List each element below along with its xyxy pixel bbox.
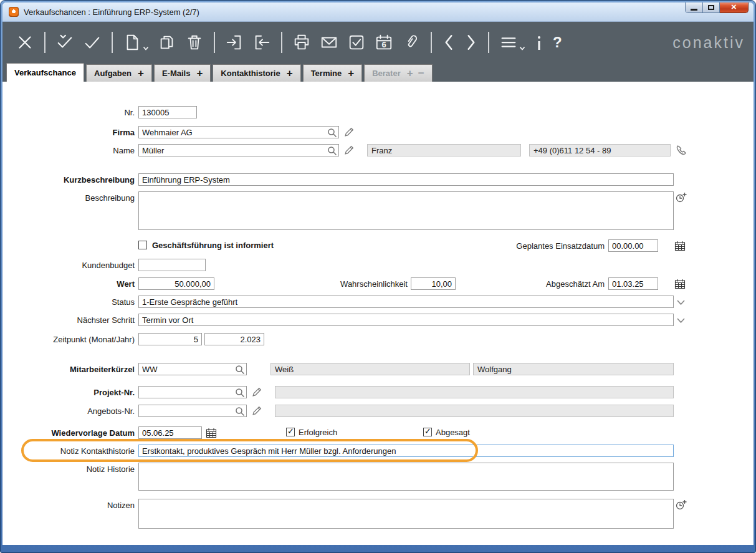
duplicate-icon — [158, 33, 176, 52]
beschreibung-textarea[interactable] — [138, 191, 674, 230]
tab-termine[interactable]: Termine + — [303, 64, 363, 82]
close-icon — [16, 33, 34, 52]
delete-button[interactable] — [185, 33, 204, 52]
import-icon — [225, 33, 244, 52]
tab-emails[interactable]: E-Mails + — [154, 64, 211, 82]
tasks-button[interactable] — [347, 33, 366, 52]
abgeschaetzt-am-datepicker-button[interactable] — [674, 279, 686, 289]
new-record-icon — [123, 33, 141, 52]
pencil-icon — [344, 127, 355, 137]
abgesagt-checkbox[interactable] — [423, 428, 432, 436]
maximize-icon — [708, 5, 714, 10]
email-button[interactable] — [320, 33, 338, 52]
firma-input[interactable] — [138, 126, 339, 138]
wiedervorlage-input[interactable] — [138, 426, 202, 439]
tab-verkaufschance[interactable]: Verkaufschance — [6, 63, 84, 82]
attachment-button[interactable] — [402, 33, 421, 52]
info-icon — [534, 33, 544, 52]
wiedervorlage-label: Wiedervorlage Datum — [2, 426, 135, 438]
status-input[interactable] — [138, 296, 674, 308]
previous-record-button[interactable] — [442, 33, 456, 52]
conaktiv-logo: conaktiv — [672, 34, 745, 52]
zeitpunkt-monat-input[interactable] — [138, 333, 202, 345]
chevron-down-icon — [143, 46, 149, 51]
notizen-label: Notizen — [2, 499, 135, 510]
naechster-schritt-input[interactable] — [138, 314, 674, 326]
import-button[interactable] — [225, 33, 244, 52]
angebot-name-readonly — [275, 405, 674, 417]
notizen-timestamp-button[interactable] — [676, 499, 687, 511]
vorname-readonly: Franz — [367, 144, 521, 156]
close-button[interactable]: × — [720, 2, 749, 13]
menu-button[interactable] — [499, 33, 525, 52]
geschaeftsfuehrung-label: Geschäftsführung ist informiert — [152, 240, 274, 250]
notiz-kontakthistorie-input[interactable] — [138, 445, 674, 457]
clock-plus-icon — [676, 499, 687, 511]
call-button[interactable] — [676, 145, 687, 156]
einsatzdatum-input[interactable] — [608, 239, 658, 252]
zeitpunkt-jahr-input[interactable] — [204, 333, 264, 345]
tab-kontakthistorie[interactable]: Kontakthistorie + — [213, 64, 300, 82]
print-button[interactable] — [292, 33, 311, 52]
wahrscheinlichkeit-input[interactable] — [411, 277, 456, 290]
chevron-down-icon — [676, 317, 686, 324]
add-email-button[interactable]: + — [196, 67, 203, 80]
angebots-nr-input[interactable] — [138, 405, 247, 417]
projekt-nr-input[interactable] — [138, 386, 247, 398]
calendar-button[interactable]: 6 — [375, 33, 393, 52]
toolbar-separator — [281, 32, 282, 53]
tasks-icon — [347, 33, 366, 52]
add-kontakthistorie-button[interactable]: + — [287, 67, 293, 80]
notiz-historie-textarea[interactable] — [138, 463, 674, 491]
projekt-lookup-button[interactable] — [235, 388, 245, 398]
geschaeftsfuehrung-checkbox[interactable] — [138, 241, 147, 249]
duplicate-button[interactable] — [158, 33, 176, 52]
kurzbeschreibung-input[interactable] — [138, 173, 674, 186]
einsatzdatum-datepicker-button[interactable] — [674, 241, 686, 251]
naechster-schritt-dropdown-button[interactable] — [676, 317, 686, 324]
kundenbudget-input[interactable] — [138, 259, 206, 271]
export-button[interactable] — [252, 33, 271, 52]
tab-label: E-Mails — [162, 69, 191, 78]
mitarbeiterkuerzel-input[interactable] — [138, 363, 247, 375]
add-aufgabe-button[interactable]: + — [138, 67, 144, 80]
abgeschaetzt-am-input[interactable] — [608, 277, 658, 290]
erfolgreich-checkbox[interactable] — [286, 428, 295, 436]
name-lookup-button[interactable] — [327, 146, 337, 156]
search-icon — [327, 146, 337, 156]
new-record-button[interactable] — [123, 33, 149, 52]
angebot-lookup-button[interactable] — [235, 406, 245, 416]
maximize-button[interactable] — [703, 2, 720, 13]
minimize-icon — [691, 9, 697, 11]
firma-edit-button[interactable] — [344, 127, 355, 137]
help-button[interactable]: ? — [553, 33, 562, 52]
firma-lookup-button[interactable] — [327, 128, 337, 138]
toolbar-separator — [214, 32, 215, 53]
telefon-readonly: +49 (0)611 12 54 - 89 — [529, 144, 671, 156]
titlebar[interactable]: Verkaufschancen : Einführung ERP-System … — [2, 2, 754, 22]
beschreibung-timestamp-button[interactable] — [676, 192, 687, 204]
close-record-button[interactable] — [16, 33, 34, 52]
chevron-down-icon — [519, 46, 525, 51]
wahrscheinlichkeit-label: Wahrscheinlichkeit — [295, 277, 408, 289]
projekt-edit-button[interactable] — [252, 387, 262, 397]
add-termin-button[interactable]: + — [348, 67, 354, 80]
notizen-textarea[interactable] — [138, 499, 674, 529]
name-edit-button[interactable] — [344, 145, 355, 155]
wert-input[interactable] — [138, 277, 214, 290]
name-input[interactable] — [138, 144, 339, 156]
help-icon: ? — [553, 33, 562, 52]
info-button[interactable] — [534, 33, 544, 52]
save-continue-button[interactable] — [55, 33, 74, 52]
next-record-button[interactable] — [464, 33, 478, 52]
wiedervorlage-datepicker-button[interactable] — [206, 428, 217, 438]
status-dropdown-button[interactable] — [676, 299, 686, 305]
minimize-button[interactable] — [685, 2, 703, 13]
tab-aufgaben[interactable]: Aufgaben + — [86, 64, 152, 82]
toolbar-separator — [431, 32, 432, 53]
confirm-button[interactable] — [83, 33, 102, 52]
nr-input[interactable] — [138, 106, 197, 118]
angebot-edit-button[interactable] — [252, 405, 262, 416]
mitarbeiter-lookup-button[interactable] — [235, 365, 245, 375]
name-label: Name — [2, 144, 135, 155]
